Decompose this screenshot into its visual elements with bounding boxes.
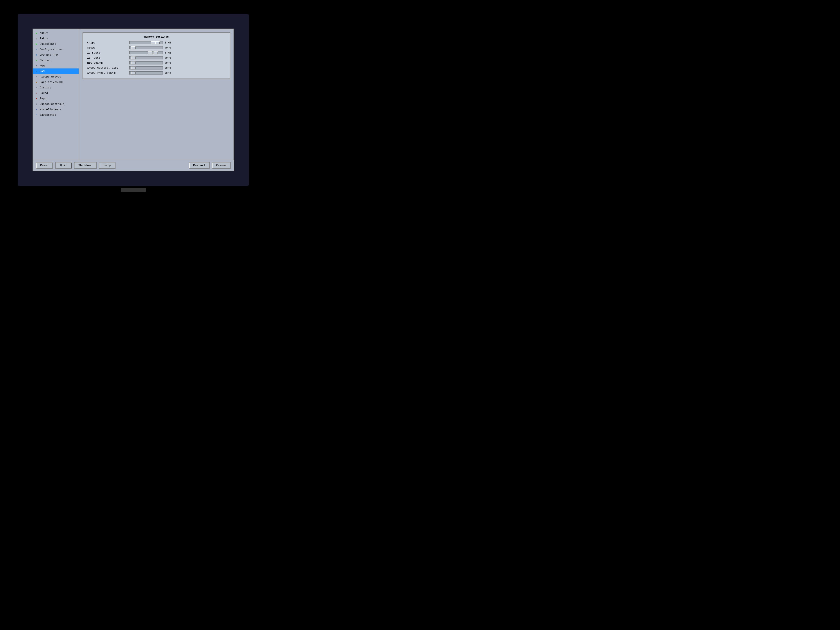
memory-row-z3fast: Z3 fast:None [87,56,226,59]
sidebar-item-display[interactable]: ▭Display [33,85,79,90]
rom-icon: ▪ [35,64,38,68]
memory-value-z2fast: 4 MB [164,51,175,54]
sidebar-item-custom-controls[interactable]: ◈Custom controls [33,101,79,107]
slider-thumb-a4000m[interactable] [131,66,136,69]
slider-container-slow: None [129,46,226,49]
slider-thumb2-chip[interactable] [155,41,160,44]
hdd-icon: ◉ [35,80,38,84]
sidebar-label-about: About [40,32,48,35]
sidebar-label-input: Input [40,97,48,100]
cpu-fpu-icon: ▩ [35,53,38,57]
sidebar-label-paths: Paths [40,37,48,40]
restart-button[interactable]: Restart [189,162,210,169]
sidebar-item-rom[interactable]: ▪ROM [33,63,79,68]
sidebar-label-display: Display [40,86,51,89]
dialog-container: ✔About▤Paths▶Quickstart▦Configurations▩C… [33,28,234,171]
sidebar-label-cpu-fpu: CPU and FPU [40,53,58,57]
memory-label-z3fast: Z3 fast: [87,56,129,59]
sidebar-item-miscellaneous[interactable]: ◈Miscellaneous [33,107,79,112]
memory-label-a4000p: A4000 Proc. board: [87,71,129,74]
memory-settings-title: Memory Settings [87,35,226,38]
memory-value-rig: None [164,61,175,65]
display-icon: ▭ [35,86,38,90]
sidebar-item-chipset[interactable]: ▩Chipset [33,58,79,63]
slider-rig[interactable] [129,61,163,65]
sidebar-label-quickstart: Quickstart [40,43,56,46]
slider-container-a4000m: None [129,66,226,69]
sidebar-label-configurations: Configurations [40,48,63,51]
sidebar-item-cpu-fpu[interactable]: ▩CPU and FPU [33,52,79,58]
sidebar-label-sound: Sound [40,92,48,95]
about-icon: ✔ [35,31,38,35]
slider-container-rig: None [129,61,226,65]
memory-label-a4000m: A4000 Motherb. slot: [87,66,129,69]
slider-container-z3fast: None [129,56,226,59]
sidebar-item-about[interactable]: ✔About [33,30,79,36]
memory-value-chip: 2 MB [164,41,175,44]
sidebar-item-ram[interactable]: ▪RAM [33,68,79,74]
sidebar-label-ram: RAM [40,70,44,73]
quickstart-icon: ▶ [35,42,38,46]
help-button[interactable]: Help [99,162,115,169]
sidebar-item-floppy[interactable]: ▭Floppy drives [33,74,79,79]
chipset-icon: ▩ [35,58,38,62]
slider-thumb-a4000p[interactable] [131,71,136,74]
slider-chip[interactable] [129,41,163,44]
memory-label-rig: RIG board: [87,61,129,65]
slider-a4000m[interactable] [129,66,163,69]
slider-thumb-slow[interactable] [131,46,136,49]
shutdown-button[interactable]: Shutdown [74,162,96,169]
sidebar-label-custom-controls: Custom controls [40,103,64,106]
slider-thumb-z3fast[interactable] [131,56,136,59]
tv-screen: ✔About▤Paths▶Quickstart▦Configurations▩C… [18,14,249,186]
slider-thumb-z2fast[interactable] [148,51,152,54]
slider-z2fast[interactable] [129,51,163,54]
input-icon: ♦ [35,96,38,100]
sidebar: ✔About▤Paths▶Quickstart▦Configurations▩C… [33,29,79,159]
sidebar-item-sound[interactable]: ♪Sound [33,90,79,96]
memory-row-slow: Slow:None [87,46,226,49]
slider-container-z2fast: 4 MB [129,51,226,54]
slider-z3fast[interactable] [129,56,163,59]
custom-controls-icon: ◈ [35,102,38,106]
sidebar-item-configurations[interactable]: ▦Configurations [33,47,79,52]
slider-slow[interactable] [129,46,163,49]
reset-button[interactable]: Reset [36,162,53,169]
configurations-icon: ▦ [35,47,38,51]
sidebar-label-rom: ROM [40,64,44,68]
memory-value-a4000m: None [164,66,175,69]
slider-a4000p[interactable] [129,71,163,74]
floppy-icon: ▭ [35,75,38,79]
sidebar-item-quickstart[interactable]: ▶Quickstart [33,41,79,47]
slider-thumb2-z2fast[interactable] [153,51,158,54]
resume-button[interactable]: Resume [212,162,231,169]
sidebar-item-savestates[interactable]: ▪Savestates [33,112,79,118]
sidebar-item-input[interactable]: ♦Input [33,96,79,101]
main-content: Memory Settings Chip:2 MBSlow:NoneZ2 Fas… [79,29,234,159]
memory-value-a4000p: None [164,71,175,74]
memory-value-slow: None [164,46,175,49]
tv-stand [121,188,146,193]
sidebar-item-paths[interactable]: ▤Paths [33,36,79,41]
slider-thumb-chip[interactable] [151,41,156,44]
memory-value-z3fast: None [164,56,175,59]
sidebar-item-hdd[interactable]: ◉Hard drives/CD [33,79,79,85]
sidebar-label-floppy: Floppy drives [40,75,61,78]
slider-container-a4000p: None [129,71,226,74]
sidebar-label-hdd: Hard drives/CD [40,81,63,84]
slider-thumb-rig[interactable] [131,61,136,64]
slider-container-chip: 2 MB [129,41,226,44]
sidebar-label-chipset: Chipset [40,59,51,62]
sidebar-label-savestates: Savestates [40,114,56,117]
miscellaneous-icon: ◈ [35,107,38,111]
dialog-body: ✔About▤Paths▶Quickstart▦Configurations▩C… [33,29,234,159]
quit-button[interactable]: Quit [55,162,72,169]
ram-icon: ▪ [35,69,38,73]
paths-icon: ▤ [35,36,38,40]
bottom-bar: Reset Quit Shutdown Help Restart Resume [33,159,234,171]
memory-label-z2fast: Z2 Fast: [87,51,129,54]
memory-row-chip: Chip:2 MB [87,41,226,44]
memory-row-rig: RIG board:None [87,61,226,65]
memory-row-a4000m: A4000 Motherb. slot:None [87,66,226,69]
memory-label-chip: Chip: [87,41,129,44]
